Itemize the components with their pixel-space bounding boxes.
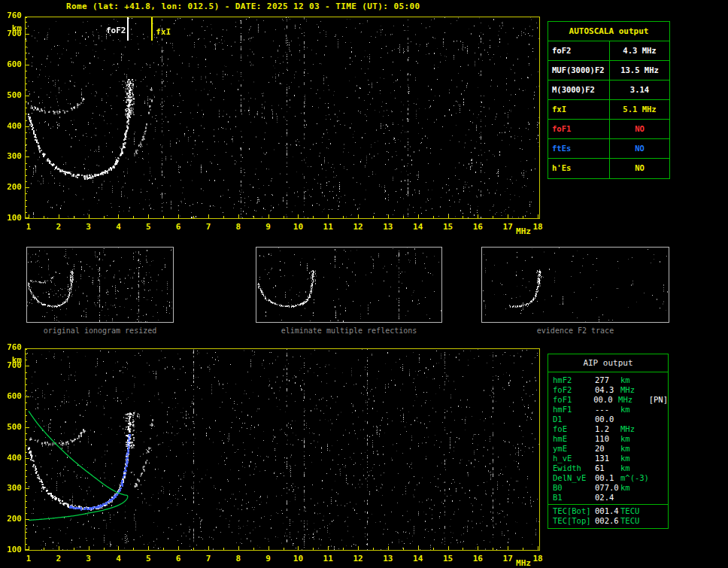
autoscala-param-value: 4.3 MHz xyxy=(610,41,669,60)
autoscala-table-row: MUF(3000)F213.5 MHz xyxy=(548,61,669,80)
x-axis-tick-label: 3 xyxy=(81,223,96,232)
aip-param-unit: km xyxy=(620,483,652,493)
aip-table-rows: hmF2277kmfoF204.3MHzfoF100.0MHz[PN]hmF1-… xyxy=(548,375,668,526)
aip-table-row: hmF1---km xyxy=(548,405,668,415)
aip-param-label: D1 xyxy=(553,415,595,424)
top-ionogram-canvas xyxy=(26,17,539,218)
y-axis-tick-label: 760 xyxy=(2,343,22,352)
x-axis-tick-label: 9 xyxy=(261,554,276,563)
aip-param-unit xyxy=(620,415,652,424)
aip-param-note xyxy=(652,444,668,454)
y-axis-tick-label: 400 xyxy=(2,454,22,463)
x-axis-tick-label: 14 xyxy=(411,554,426,563)
aip-param-unit: MHz xyxy=(618,395,649,405)
aip-param-value: 001.4 xyxy=(595,506,620,516)
aip-table-row: hmE110km xyxy=(548,434,668,444)
x-axis-tick-label: 10 xyxy=(290,223,305,232)
x-axis-tick-label: 1 xyxy=(21,554,36,563)
aip-param-unit: km xyxy=(620,405,652,415)
aip-table-separator xyxy=(548,504,668,505)
aip-param-value: 00.1 xyxy=(595,473,620,483)
aip-param-unit: km xyxy=(620,454,652,463)
thumbnail-caption-eliminate: eliminate multiple reflections xyxy=(256,327,442,336)
aip-param-note xyxy=(652,415,668,424)
aip-param-value: 00.0 xyxy=(593,395,618,405)
aip-table-row: ymE20km xyxy=(548,444,668,454)
x-axis-tick-label: 7 xyxy=(201,223,216,232)
marker-label-fof2: foF2 xyxy=(103,26,126,35)
x-axis-tick-label: 2 xyxy=(51,223,66,232)
y-axis-tick-label: 300 xyxy=(2,152,22,161)
aip-param-value: 20 xyxy=(595,444,620,454)
aip-table-row: TEC[Top]002.6TECU xyxy=(548,516,668,526)
aip-table-row: foF100.0MHz[PN] xyxy=(548,395,668,405)
aip-table-row: hmF2277km xyxy=(548,375,668,385)
aip-param-unit: km xyxy=(620,444,652,454)
x-axis-tick-label: 13 xyxy=(381,554,396,563)
aip-param-value: 110 xyxy=(595,434,620,444)
thumbnail-original-ionogram xyxy=(26,247,174,323)
aip-param-value: --- xyxy=(595,405,620,415)
aip-param-label: TEC[Bot] xyxy=(553,506,595,516)
aip-table-row: B102.4 xyxy=(548,493,668,503)
aip-param-value: 00.0 xyxy=(595,415,620,424)
aip-param-value: 131 xyxy=(595,454,620,463)
aip-param-note xyxy=(652,506,668,516)
autoscala-table-row: ftEsNO xyxy=(548,139,669,159)
x-axis-tick-label: 13 xyxy=(381,223,396,232)
y-axis-tick-label: 400 xyxy=(2,122,22,131)
autoscala-table-row: foF1NO xyxy=(548,120,669,139)
x-axis-tick-label: 12 xyxy=(350,554,366,563)
aip-param-value: 077.0 xyxy=(595,483,620,493)
autoscala-param-label: fxI xyxy=(548,100,610,119)
aip-table-row: foE1.2MHz xyxy=(548,424,668,434)
aip-param-note: [PN] xyxy=(649,395,668,405)
autoscala-param-label: foF1 xyxy=(548,120,610,138)
x-axis-tick-label: 16 xyxy=(470,223,485,232)
aip-param-note xyxy=(652,454,668,463)
aip-table-row: Ewidth61km xyxy=(548,463,668,473)
aip-param-value: 04.3 xyxy=(595,385,620,395)
aip-param-unit: km xyxy=(620,375,652,385)
x-axis-tick-label: 16 xyxy=(470,554,485,563)
aip-param-label: Ewidth xyxy=(553,463,595,473)
x-axis-tick-label: 9 xyxy=(261,223,276,232)
aip-param-label: hmE xyxy=(553,434,595,444)
aip-param-unit: km xyxy=(620,463,652,473)
aip-param-unit xyxy=(620,493,652,503)
autoscala-output-table: AUTOSCALA output foF24.3 MHzMUF(3000)F21… xyxy=(548,21,670,179)
autoscala-param-value: NO xyxy=(610,120,669,138)
y-axis-tick-label: 200 xyxy=(2,183,22,192)
x-axis-tick-label: 11 xyxy=(320,554,335,563)
bottom-ionogram-canvas xyxy=(26,349,539,550)
aip-param-note xyxy=(652,434,668,444)
autoscala-table-rows: foF24.3 MHzMUF(3000)F213.5 MHzM(3000)F23… xyxy=(548,41,669,178)
aip-param-label: h_vE xyxy=(553,454,595,463)
aip-output-table: AIP output hmF2277kmfoF204.3MHzfoF100.0M… xyxy=(548,354,669,529)
autoscala-table-row: foF24.3 MHz xyxy=(548,41,669,61)
x-axis-tick-label: 1 xyxy=(21,223,36,232)
marker-label-fxi: fxI xyxy=(156,28,171,37)
thumbnail-caption-original: original ionogram resized xyxy=(26,327,174,336)
aip-param-label: hmF2 xyxy=(553,375,595,385)
x-axis-tick-label: 15 xyxy=(441,554,456,563)
aip-param-unit: km xyxy=(620,434,652,444)
aip-param-note xyxy=(652,473,668,483)
aip-param-label: foE xyxy=(553,424,595,434)
aip-table-row: D100.0 xyxy=(548,415,668,424)
autoscala-param-label: M(3000)F2 xyxy=(548,80,610,99)
aip-param-unit: TECU xyxy=(620,516,652,526)
aip-param-unit: MHz xyxy=(620,385,652,395)
thumbnail-original-canvas xyxy=(27,248,173,322)
y-axis-tick-label: 600 xyxy=(2,392,22,401)
page-title: Rome (lat: +41.8, lon: 012.5) - DATE: 20… xyxy=(66,2,420,11)
y-axis-unit-label: km xyxy=(2,356,22,365)
x-axis-tick-label: 14 xyxy=(411,223,426,232)
aip-param-unit: MHz xyxy=(620,424,652,434)
x-axis-tick-label: 12 xyxy=(350,223,366,232)
top-ionogram-panel: foF2fxI xyxy=(25,17,540,219)
x-axis-tick-label: 2 xyxy=(51,554,66,563)
thumbnail-caption-evidence: evidence F2 trace xyxy=(481,327,669,336)
aip-table-row: DelN_vE00.1m^(-3) xyxy=(548,473,668,483)
y-axis-tick-label: 200 xyxy=(2,515,22,524)
